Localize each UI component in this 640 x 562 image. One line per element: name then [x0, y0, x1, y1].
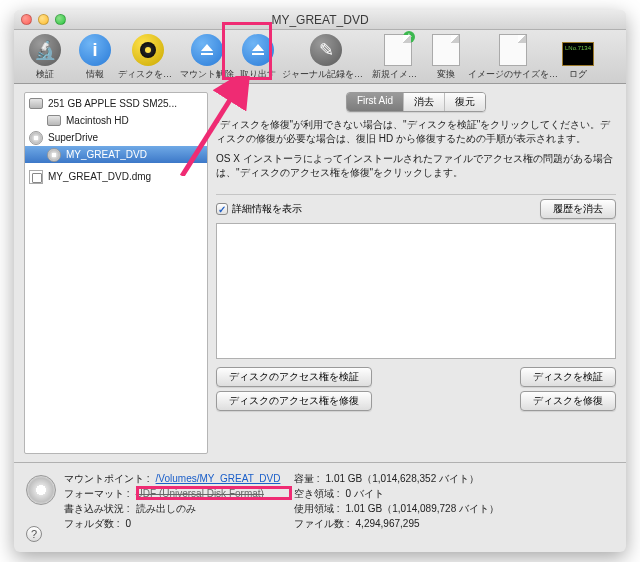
new-image-button[interactable]: + 新規イメージ: [372, 34, 424, 81]
resize-icon: [499, 34, 527, 66]
footer-left-column: マウントポイント :/Volumes/MY_GREAT_DVD フォーマット :…: [64, 471, 294, 531]
info-icon: i: [79, 34, 111, 66]
help-button[interactable]: ?: [26, 526, 42, 542]
capacity-value: 1.01 GB（1,014,628,352 バイト）: [326, 471, 479, 486]
convert-button[interactable]: 変換: [426, 34, 466, 81]
resize-button[interactable]: イメージのサイズを変更: [468, 34, 558, 81]
mount-point-label: マウントポイント :: [64, 471, 150, 486]
titlebar: MY_GREAT_DVD: [14, 10, 626, 30]
verify-permissions-button[interactable]: ディスクのアクセス権を検証: [216, 367, 372, 387]
minimize-button[interactable]: [38, 14, 49, 25]
tab-erase[interactable]: 消去: [404, 93, 445, 111]
format-label: フォーマット :: [64, 486, 130, 501]
mount-point-link[interactable]: /Volumes/MY_GREAT_DVD: [156, 471, 281, 486]
repair-disk-button[interactable]: ディスクを修復: [520, 391, 616, 411]
eject-icon: [242, 34, 274, 66]
used-label: 使用領域 :: [294, 501, 340, 516]
available-label: 空き領域 :: [294, 486, 340, 501]
journal-button[interactable]: ✎ ジャーナル記録を開始: [282, 34, 370, 81]
used-value: 1.01 GB（1,014,089,728 バイト）: [346, 501, 499, 516]
cd-icon: [47, 148, 61, 162]
window-controls: [21, 14, 66, 25]
content-pane: First Aid 消去 復元 "ディスクを修復"が利用できない場合は、"ディス…: [208, 84, 626, 462]
format-value: UDF (Universal Disk Format): [136, 486, 264, 501]
sidebar-volume-macintosh-hd[interactable]: Macintosh HD: [25, 112, 207, 129]
toolbar: 🔬 検証 i 情報 ディスクを作成 マウント解除 取り出す ✎ ジャーナル記録を…: [14, 30, 626, 84]
help-text: "ディスクを修復"が利用できない場合は、"ディスクを検証"をクリックしてください…: [216, 118, 616, 186]
main-content: 251 GB APPLE SSD SM25... Macintosh HD Su…: [14, 84, 626, 462]
tab-segment: First Aid 消去 復元: [346, 92, 486, 112]
sidebar: 251 GB APPLE SSD SM25... Macintosh HD Su…: [24, 92, 208, 454]
optical-drive-icon: [29, 131, 43, 145]
checkbox-icon: ✓: [216, 203, 228, 215]
footer-right-column: 容量 :1.01 GB（1,014,628,352 バイト） 空き領域 :0 バ…: [294, 471, 614, 531]
close-button[interactable]: [21, 14, 32, 25]
action-buttons: ディスクのアクセス権を検証 ディスクを検証 ディスクのアクセス権を修復 ディスク…: [216, 367, 616, 411]
window-title: MY_GREAT_DVD: [271, 13, 368, 27]
disk-icon: [47, 115, 61, 126]
volume-icon: [26, 475, 56, 505]
tab-first-aid[interactable]: First Aid: [347, 93, 404, 111]
tab-restore[interactable]: 復元: [445, 93, 485, 111]
journal-icon: ✎: [310, 34, 342, 66]
tab-row: First Aid 消去 復元: [216, 92, 616, 112]
write-status-label: 書き込み状況 :: [64, 501, 130, 516]
burn-icon: [132, 34, 164, 66]
log-button[interactable]: LNo.7134 ログ: [560, 42, 596, 81]
microscope-icon: 🔬: [29, 34, 61, 66]
details-log[interactable]: [216, 223, 616, 359]
sidebar-image-dmg[interactable]: MY_GREAT_DVD.dmg: [25, 168, 207, 185]
disk-icon: [29, 98, 43, 109]
footer: マウントポイント :/Volumes/MY_GREAT_DVD フォーマット :…: [14, 462, 626, 541]
write-status-value: 読み出しのみ: [136, 501, 196, 516]
log-icon: LNo.7134: [562, 42, 594, 66]
verify-button[interactable]: 🔬 検証: [18, 34, 72, 81]
burn-button[interactable]: ディスクを作成: [118, 34, 178, 81]
dmg-icon: [29, 170, 43, 184]
sidebar-drive-superdrive[interactable]: SuperDrive: [25, 129, 207, 146]
unmount-icon: [191, 34, 223, 66]
unmount-button[interactable]: マウント解除: [180, 34, 234, 81]
new-image-icon: +: [384, 34, 412, 66]
verify-disk-button[interactable]: ディスクを検証: [520, 367, 616, 387]
capacity-label: 容量 :: [294, 471, 320, 486]
available-value: 0 バイト: [346, 486, 384, 501]
eject-button[interactable]: 取り出す: [236, 34, 280, 81]
details-header: ✓ 詳細情報を表示 履歴を消去: [216, 194, 616, 219]
info-button[interactable]: i 情報: [74, 34, 116, 81]
repair-permissions-button[interactable]: ディスクのアクセス権を修復: [216, 391, 372, 411]
convert-icon: [432, 34, 460, 66]
file-count-label: ファイル数 :: [294, 516, 350, 531]
window: MY_GREAT_DVD 🔬 検証 i 情報 ディスクを作成 マウント解除 取り…: [14, 10, 626, 552]
zoom-button[interactable]: [55, 14, 66, 25]
show-details-checkbox[interactable]: ✓ 詳細情報を表示: [216, 202, 302, 216]
folder-count-label: フォルダ数 :: [64, 516, 120, 531]
sidebar-volume-my-great-dvd[interactable]: MY_GREAT_DVD: [25, 146, 207, 163]
folder-count-value: 0: [126, 516, 132, 531]
file-count-value: 4,294,967,295: [356, 516, 420, 531]
clear-history-button[interactable]: 履歴を消去: [540, 199, 616, 219]
sidebar-drive-ssd[interactable]: 251 GB APPLE SSD SM25...: [25, 95, 207, 112]
